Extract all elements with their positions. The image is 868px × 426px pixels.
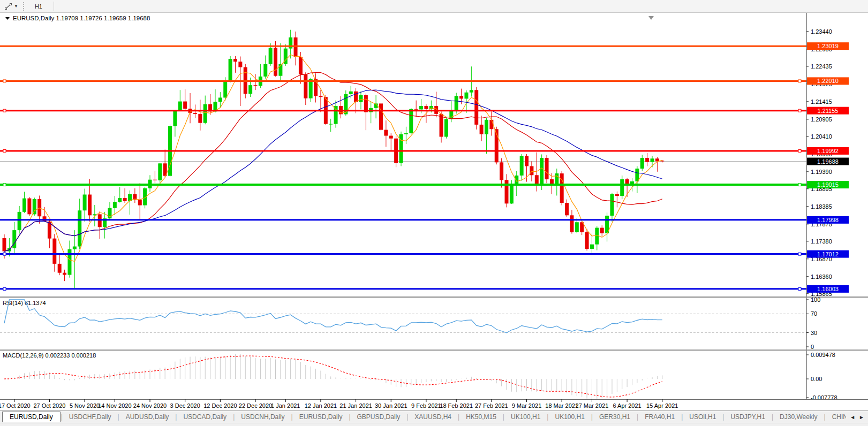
tab-separator: |: [61, 413, 63, 421]
chart-tab[interactable]: HK50,M15: [460, 412, 502, 422]
tab-separator: |: [458, 413, 459, 421]
svg-text:27 Mar 2021: 27 Mar 2021: [576, 402, 609, 409]
svg-text:1.21415: 1.21415: [811, 98, 832, 105]
chart-tab[interactable]: USOil,H1: [683, 412, 722, 422]
status-strip: [0, 423, 868, 426]
svg-text:1.22435: 1.22435: [811, 63, 832, 70]
svg-text:0.00: 0.00: [811, 376, 822, 382]
trendline-tool-icon: [4, 2, 13, 11]
svg-text:18 Feb 2021: 18 Feb 2021: [440, 402, 473, 409]
svg-text:70: 70: [811, 310, 817, 317]
chart-tab[interactable]: EURUSD,Daily: [2, 412, 61, 422]
toolbar-separator: [54, 2, 54, 11]
svg-text:1.19688: 1.19688: [817, 158, 839, 165]
chart-canvas[interactable]: EURUSD,Daily 1.19709 1.19726 1.19659 1.1…: [0, 13, 868, 410]
price-axis[interactable]: 1.234401.229301.224351.219251.214151.209…: [0, 13, 868, 399]
chart-title: EURUSD,Daily 1.19709 1.19726 1.19659 1.1…: [13, 15, 150, 21]
svg-text:100: 100: [811, 296, 820, 303]
tab-separator: |: [722, 413, 724, 421]
svg-text:9 Mar 2021: 9 Mar 2021: [512, 402, 542, 409]
main-pane[interactable]: EURUSD,Daily 1.19709 1.19726 1.19659 1.1…: [0, 15, 806, 290]
chart-window: EURUSD,Daily 1.19709 1.19726 1.19659 1.1…: [0, 13, 868, 410]
chart-tabbar: EURUSD,Daily|USDCHF,Daily|AUDUSD,Daily|U…: [0, 410, 868, 423]
svg-text:1.16360: 1.16360: [811, 273, 832, 280]
svg-text:12 Jan 2021: 12 Jan 2021: [305, 402, 337, 409]
tab-separator: |: [175, 413, 177, 421]
chart-shift-marker[interactable]: [648, 16, 654, 20]
svg-text:22 Dec 2020: 22 Dec 2020: [239, 402, 272, 409]
svg-text:1 Jan 2021: 1 Jan 2021: [271, 402, 300, 409]
horizontal-lines-layer[interactable]: [0, 46, 806, 290]
chart-tab[interactable]: XAUUSD,H4: [409, 412, 457, 422]
svg-text:1.23019: 1.23019: [817, 43, 839, 49]
svg-text:0.009478: 0.009478: [811, 352, 835, 358]
tab-separator: |: [547, 413, 548, 421]
svg-text:27 Feb 2021: 27 Feb 2021: [475, 402, 508, 409]
chart-tab[interactable]: EURUSD,Daily: [293, 412, 349, 422]
tab-separator: |: [503, 413, 504, 421]
tab-separator: |: [637, 413, 638, 421]
chart-tab[interactable]: USDCHF,Daily: [63, 412, 117, 422]
svg-text:12 Dec 2020: 12 Dec 2020: [203, 402, 237, 409]
tab-separator: |: [591, 413, 593, 421]
chart-tab[interactable]: GER30,H1: [593, 412, 636, 422]
svg-text:1.20905: 1.20905: [811, 116, 832, 123]
svg-text:17 Oct 2020: 17 Oct 2020: [0, 402, 31, 409]
svg-text:14 Nov 2020: 14 Nov 2020: [98, 402, 131, 409]
chart-tab[interactable]: USDCAD,Daily: [177, 412, 232, 422]
time-axis[interactable]: 17 Oct 202027 Oct 20205 Nov 202014 Nov 2…: [0, 399, 868, 409]
tab-separator: |: [349, 413, 350, 421]
candles-layer: [3, 30, 665, 288]
timeframe-toolbar: ▼ M1M5M15M30H1H4D1W1MN: [0, 0, 868, 13]
svg-text:1.16003: 1.16003: [817, 286, 839, 292]
tab-separator: |: [291, 413, 293, 421]
chart-menu-icon[interactable]: [5, 17, 10, 20]
rsi-pane[interactable]: RSI(14) 61.1374 10070300: [0, 296, 820, 350]
svg-text:24 Nov 2020: 24 Nov 2020: [133, 402, 167, 409]
chart-tab[interactable]: DJ30,Weekly: [774, 412, 823, 422]
svg-text:1.20410: 1.20410: [811, 133, 832, 140]
svg-text:1.17012: 1.17012: [817, 251, 839, 257]
chevron-down-icon[interactable]: ▼: [14, 4, 18, 9]
tab-separator: |: [772, 413, 773, 421]
svg-text:30 Jan 2021: 30 Jan 2021: [375, 402, 407, 409]
tab-separator: |: [118, 413, 119, 421]
svg-text:1.22010: 1.22010: [817, 78, 839, 84]
macd-pane[interactable]: MACD(12,26,9) 0.002233 0.000218 0.009478…: [3, 352, 837, 401]
chart-tab[interactable]: GBPUSD,Daily: [351, 412, 406, 422]
svg-text:15 Apr 2021: 15 Apr 2021: [646, 402, 678, 409]
chart-tab[interactable]: AUDUSD,Daily: [120, 412, 175, 422]
svg-text:-0.007778: -0.007778: [811, 394, 837, 401]
tab-scroll-right-icon[interactable]: ►: [859, 414, 864, 420]
svg-text:0: 0: [811, 344, 814, 350]
svg-text:1.19390: 1.19390: [811, 169, 832, 175]
toolbar-grip[interactable]: [23, 2, 26, 11]
tab-separator: |: [406, 413, 408, 421]
svg-text:21 Jan 2021: 21 Jan 2021: [339, 402, 372, 409]
svg-text:30: 30: [811, 330, 817, 336]
moving-averages-layer: [4, 55, 662, 261]
svg-text:1.17998: 1.17998: [817, 217, 839, 223]
chart-tab[interactable]: CHINA300,H1: [826, 412, 847, 422]
chart-tab[interactable]: FRA40,H1: [639, 412, 681, 422]
chart-tab[interactable]: USDJPY,H1: [724, 412, 771, 422]
tab-scroll-left-icon[interactable]: ◄: [850, 414, 855, 420]
svg-text:1.17380: 1.17380: [811, 238, 832, 245]
chart-tool-button[interactable]: ▼: [2, 1, 20, 12]
tab-separator: |: [681, 413, 683, 421]
svg-text:18 Mar 2021: 18 Mar 2021: [545, 402, 578, 409]
macd-label: MACD(12,26,9) 0.002233 0.000218: [3, 352, 96, 359]
timeframe-button-h1[interactable]: H1: [30, 2, 51, 11]
svg-text:27 Oct 2020: 27 Oct 2020: [33, 402, 65, 409]
svg-text:1.19015: 1.19015: [817, 181, 839, 188]
chart-tab[interactable]: UK100,H1: [549, 412, 590, 422]
tab-scroll: ◄ ►: [846, 414, 868, 420]
svg-text:1.19992: 1.19992: [817, 148, 839, 154]
chart-tab[interactable]: USDCNH,Daily: [235, 412, 290, 422]
chart-tabs: EURUSD,Daily|USDCHF,Daily|AUDUSD,Daily|U…: [0, 411, 846, 423]
chart-tab[interactable]: UK100,H1: [505, 412, 546, 422]
svg-text:9 Feb 2021: 9 Feb 2021: [411, 402, 441, 409]
svg-text:1.18385: 1.18385: [811, 203, 832, 210]
svg-text:5 Nov 2020: 5 Nov 2020: [70, 402, 100, 409]
svg-text:3 Dec 2020: 3 Dec 2020: [170, 402, 200, 409]
